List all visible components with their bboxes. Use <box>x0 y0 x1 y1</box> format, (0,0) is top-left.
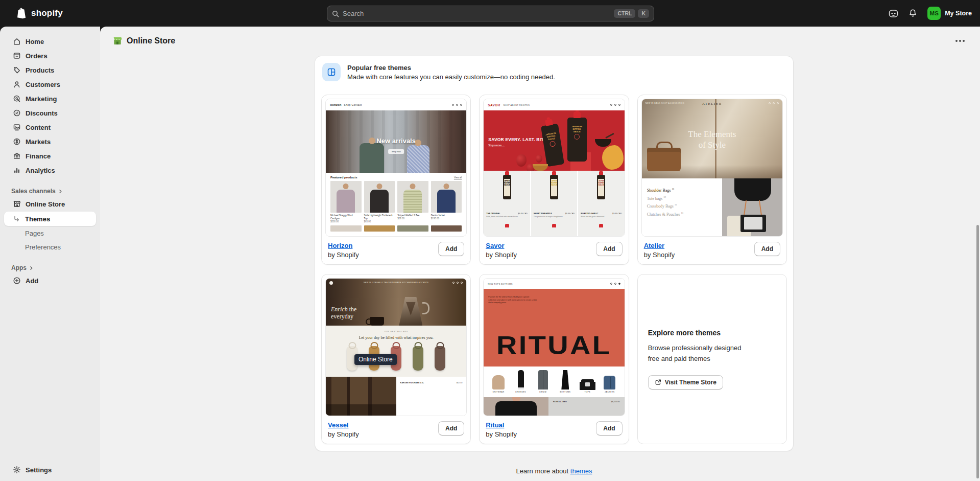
sidebar-item-marketing[interactable]: Marketing <box>0 91 100 106</box>
preview-nav: NEW TOPS BOTTOMS <box>488 283 512 285</box>
model-photo <box>484 397 548 416</box>
sidebar-item-themes-selected[interactable]: Themes <box>4 212 96 226</box>
hero-text: The Elements of Style <box>642 129 782 151</box>
savor-hero: SAVOR EVERY. LAST. BITE. Shop sauces → J… <box>484 110 624 171</box>
theme-preview-horizon[interactable]: Horizon Shop Contact New arrivals Shop n… <box>325 99 467 237</box>
bestsellers-label: OUR BESTSELLERS <box>326 326 466 333</box>
shopify-logo[interactable]: shopify <box>16 7 63 19</box>
sidebar-item-discounts[interactable]: Discounts <box>0 106 100 120</box>
sidebar-section-sales-channels[interactable]: Sales channels <box>0 186 100 197</box>
footer-themes-link[interactable]: themes <box>570 467 592 475</box>
theme-preview-atelier[interactable]: NEW IN BAGS SHOP ACCESSORIES ATELIER The… <box>641 99 783 237</box>
keyboard-shortcut: CTRL K <box>614 9 649 18</box>
preview-nav: Shop Contact <box>344 103 362 106</box>
explore-more-themes-card: Explore more themes Browse professionall… <box>637 274 787 444</box>
hero-button: Shop now <box>388 149 404 154</box>
marketing-icon <box>13 95 21 103</box>
theme-name-link[interactable]: Ritual <box>486 421 517 429</box>
sidebar-item-label: Online Store <box>26 200 65 208</box>
sidebar-item-label: Discounts <box>26 109 58 117</box>
sidebar-item-settings[interactable]: Settings <box>0 463 100 477</box>
tagline: Let your day be filled with what inspire… <box>326 335 466 340</box>
visit-theme-store-label: Visit Theme Store <box>665 379 716 386</box>
topbar: shopify Search CTRL K <box>0 0 980 27</box>
sidebar-item-online-store[interactable]: Online Store <box>0 197 100 211</box>
more-actions-button[interactable] <box>952 37 968 45</box>
corner-down-right-icon <box>13 215 20 223</box>
shopify-logo-text: shopify <box>31 8 63 18</box>
scrollbar-thumb[interactable] <box>976 225 979 478</box>
sidebar-item-orders[interactable]: Orders <box>0 49 100 63</box>
panel-title: Popular free themes <box>347 64 555 72</box>
sidebar-section-apps[interactable]: Apps <box>0 262 100 273</box>
account-menu[interactable]: MS My Store <box>927 7 972 20</box>
sales-channels-label: Sales channels <box>11 188 56 195</box>
sidebar-item-markets[interactable]: Markets <box>0 134 100 149</box>
markets-icon <box>13 138 21 146</box>
add-theme-button[interactable]: Add <box>438 421 464 436</box>
sidebar-item-label: Analytics <box>26 167 55 174</box>
add-theme-button[interactable]: Add <box>438 242 464 256</box>
sidekick-icon[interactable] <box>889 9 898 18</box>
theme-layout-icon <box>327 67 336 77</box>
online-store-green-icon <box>112 36 123 46</box>
explore-body: Browse professionally designed free and … <box>648 343 750 363</box>
sidebar: Home Orders Products Customers Marketing… <box>0 27 100 481</box>
preview-header-icons <box>610 104 620 106</box>
theme-name-link[interactable]: Vessel <box>328 421 359 429</box>
footer-text: Learn more about <box>516 467 570 475</box>
theme-name-link[interactable]: Savor <box>486 242 517 249</box>
sidebar-item-label: Marketing <box>26 95 57 103</box>
notifications-bell-icon[interactable] <box>909 9 917 18</box>
preview-logo: ATELIER <box>642 102 782 106</box>
theme-name-link[interactable]: Horizon <box>328 242 359 249</box>
add-theme-button[interactable]: Add <box>596 421 622 436</box>
sidebar-item-label: Orders <box>26 52 47 60</box>
sidebar-item-label: Pages <box>25 230 44 237</box>
theme-card-vessel: NEW IN COFFEE & TEA DRINKWARE KITCHENWAR… <box>321 274 471 444</box>
sidebar-item-label: Finance <box>26 152 51 160</box>
chevron-right-icon <box>29 266 34 270</box>
sidebar-item-content[interactable]: Content <box>0 120 100 134</box>
apps-label: Apps <box>11 264 27 271</box>
sidebar-item-finance[interactable]: Finance <box>0 149 100 163</box>
add-theme-button[interactable]: Add <box>596 242 622 256</box>
preview-logo: Horizon <box>330 103 341 106</box>
atelier-hero: NEW IN BAGS SHOP ACCESSORIES ATELIER The… <box>642 99 782 178</box>
panel-header: Popular free themes Made with core featu… <box>321 62 787 81</box>
hero-paragraph: Fashion for the wild at heart. Build you… <box>488 296 537 305</box>
customers-icon <box>13 80 21 88</box>
sidebar-item-preferences[interactable]: Preferences <box>0 240 100 254</box>
view-all-link: View all <box>454 176 462 179</box>
theme-name-link[interactable]: Atelier <box>644 242 675 249</box>
category-list: Shoulder Bags 13 Tote bags 39 Crossbody … <box>647 188 683 220</box>
sidebar-item-label: Customers <box>26 81 60 88</box>
kbd-k: K <box>638 9 649 18</box>
preview-nav: SHOP ABOUT RECIPES <box>503 104 530 106</box>
theme-card-atelier: NEW IN BAGS SHOP ACCESSORIES ATELIER The… <box>637 95 787 265</box>
search-icon <box>332 10 339 17</box>
sidebar-item-label: Content <box>26 124 51 131</box>
orders-icon <box>13 52 21 60</box>
add-theme-button[interactable]: Add <box>754 242 780 256</box>
sidebar-item-label: Preferences <box>25 243 61 251</box>
sidebar-item-products[interactable]: Products <box>0 63 100 77</box>
featured-products-label: Featured products <box>330 176 357 179</box>
panel-subtitle: Made with core features you can easily c… <box>347 73 555 81</box>
sidebar-item-home[interactable]: Home <box>0 34 100 49</box>
theme-preview-savor[interactable]: SAVOR SHOP ABOUT RECIPES SAVOR EVERY. LA… <box>483 99 625 237</box>
discounts-icon <box>13 109 21 117</box>
sidebar-item-analytics[interactable]: Analytics <box>0 163 100 177</box>
products-tag-icon <box>13 66 21 74</box>
search-input[interactable]: Search CTRL K <box>327 6 654 21</box>
visit-theme-store-button[interactable]: Visit Theme Store <box>648 375 723 390</box>
theme-author: by Shopify <box>644 251 675 259</box>
main-content: Online Store Popular free themes Made wi… <box>100 27 980 481</box>
kbd-ctrl: CTRL <box>614 9 635 18</box>
theme-preview-ritual[interactable]: NEW TOPS BOTTOMS Fashion for the wild at… <box>483 278 625 416</box>
sidebar-item-add-app[interactable]: Add <box>0 273 100 288</box>
search-placeholder: Search <box>343 10 364 17</box>
sidebar-item-customers[interactable]: Customers <box>0 77 100 91</box>
theme-preview-vessel[interactable]: NEW IN COFFEE & TEA DRINKWARE KITCHENWAR… <box>325 278 467 416</box>
sidebar-item-pages[interactable]: Pages <box>0 226 100 240</box>
